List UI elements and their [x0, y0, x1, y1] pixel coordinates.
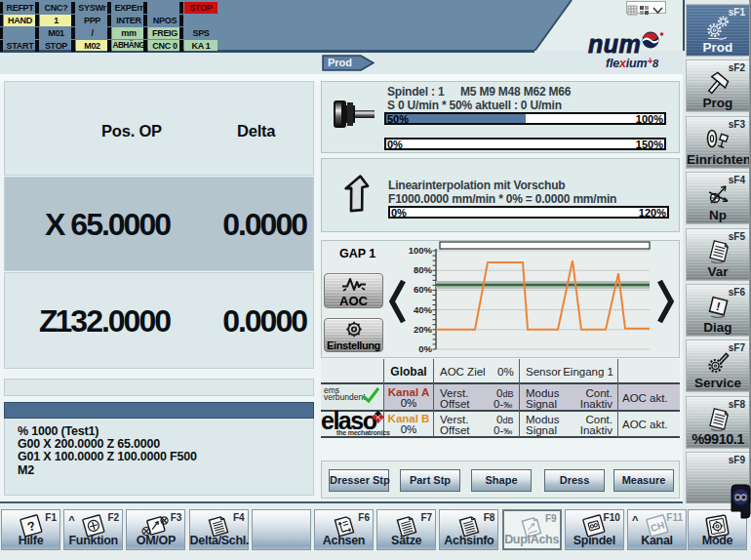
svg-text:80%: 80%: [414, 264, 433, 275]
svg-text:40%: 40%: [414, 304, 433, 315]
svg-text:20%: 20%: [414, 324, 433, 335]
svg-text:60%: 60%: [414, 284, 433, 295]
svg-text:0%: 0%: [418, 343, 432, 354]
svg-text:100%: 100%: [409, 245, 433, 256]
